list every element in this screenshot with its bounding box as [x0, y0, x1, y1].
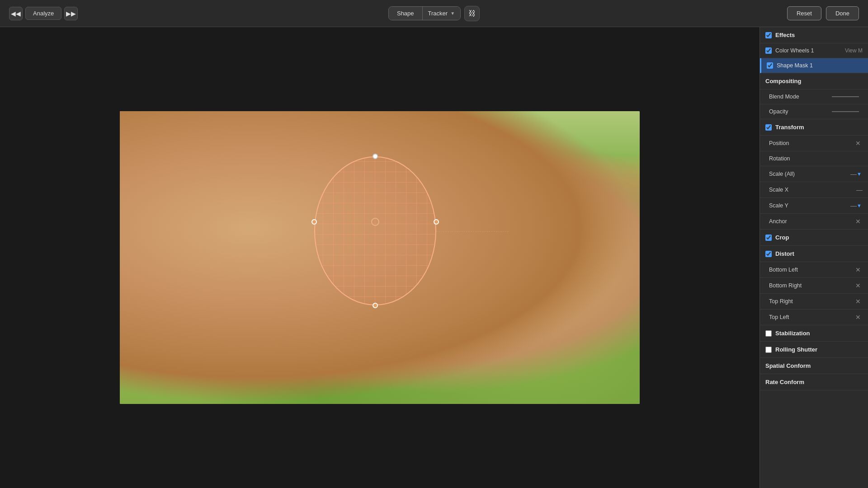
handle-top[interactable]: [373, 154, 378, 159]
scale-y-arrow: ▼: [857, 203, 862, 208]
top-right-x-button[interactable]: ✕: [854, 298, 863, 305]
shape-mask-item[interactable]: Shape Mask 1: [760, 58, 868, 73]
stabilization-checkbox[interactable]: [765, 330, 772, 337]
top-right-label: Top Right: [769, 298, 854, 305]
position-label: Position: [769, 140, 854, 146]
scale-y-label: Scale Y: [769, 202, 850, 209]
link-icon: ⛓: [468, 9, 476, 18]
rolling-shutter-checkbox[interactable]: [765, 347, 772, 353]
canvas-area: [0, 27, 760, 488]
toolbar: ◀◀ Analyze ▶▶ Shape Tracker ▼ ⛓ Reset Do…: [0, 0, 868, 27]
anchor-label: Anchor: [769, 218, 854, 225]
opacity-label: Opacity: [769, 108, 828, 115]
shape-mask-overlay[interactable]: [314, 156, 436, 305]
handle-left[interactable]: [311, 219, 317, 225]
rate-conform-label: Rate Conform: [765, 379, 804, 385]
center-handle[interactable]: [371, 218, 379, 226]
stabilization-label: Stabilization: [775, 330, 810, 337]
tracker-button[interactable]: Tracker ▼: [423, 7, 460, 20]
handle-right[interactable]: [434, 219, 439, 225]
opacity-line: [832, 111, 859, 112]
scale-all-arrow: ▼: [857, 171, 862, 177]
top-left-label: Top Left: [769, 314, 854, 320]
reset-button[interactable]: Reset: [787, 6, 821, 20]
distort-checkbox[interactable]: [765, 251, 772, 257]
crop-header: Crop: [760, 230, 868, 246]
top-left-x-button[interactable]: ✕: [854, 314, 863, 321]
color-wheels-item[interactable]: Color Wheels 1 View M: [760, 43, 868, 58]
shape-mask-checkbox[interactable]: [767, 62, 773, 69]
rotation-item: Rotation: [760, 151, 868, 166]
toolbar-right: Reset Done: [787, 6, 859, 20]
spatial-conform-label: Spatial Conform: [765, 362, 811, 369]
compositing-header: Compositing: [760, 73, 868, 89]
dashed-line: [436, 231, 509, 232]
toolbar-left: ◀◀ Analyze ▶▶: [9, 7, 78, 20]
tracker-label: Tracker: [428, 10, 448, 17]
handle-bottom[interactable]: [373, 303, 378, 308]
shape-button[interactable]: Shape: [389, 7, 423, 20]
spatial-conform-header: Spatial Conform: [760, 358, 868, 374]
bottom-left-label: Bottom Left: [769, 267, 854, 273]
bottom-right-x-button[interactable]: ✕: [854, 282, 863, 289]
prev-button[interactable]: ◀◀: [9, 7, 23, 20]
bottom-left-x-button[interactable]: ✕: [854, 266, 863, 273]
position-x-button[interactable]: ✕: [854, 140, 863, 147]
effects-label: Effects: [775, 32, 795, 38]
effects-section-header: Effects: [760, 27, 868, 43]
view-label: View M: [845, 47, 863, 54]
crop-checkbox[interactable]: [765, 235, 772, 241]
stabilization-header: Stabilization: [760, 325, 868, 342]
rotation-label: Rotation: [769, 155, 863, 162]
distort-header: Distort: [760, 246, 868, 262]
rolling-shutter-label: Rolling Shutter: [775, 346, 817, 353]
bottom-right-label: Bottom Right: [769, 282, 854, 289]
video-background: [120, 111, 640, 404]
effects-checkbox[interactable]: [765, 32, 772, 38]
scale-all-dash: —: [850, 170, 857, 178]
analyze-button[interactable]: Analyze: [25, 7, 61, 20]
oval-grid: [314, 156, 436, 305]
scale-y-dash: —: [850, 202, 857, 209]
scale-x-label: Scale X: [769, 187, 856, 193]
main-content: Effects Color Wheels 1 View M Shape Mask…: [0, 27, 868, 488]
blend-mode-line: [832, 96, 859, 97]
blend-mode-item: Blend Mode: [760, 89, 868, 104]
top-right-item: Top Right ✕: [760, 294, 868, 310]
anchor-x-button[interactable]: ✕: [854, 218, 863, 225]
scale-all-label: Scale (All): [769, 171, 850, 177]
next-button[interactable]: ▶▶: [64, 7, 78, 20]
blend-mode-label: Blend Mode: [769, 94, 828, 100]
position-item: Position ✕: [760, 136, 868, 151]
distort-label: Distort: [775, 250, 794, 257]
rate-conform-header: Rate Conform: [760, 374, 868, 390]
transform-checkbox[interactable]: [765, 124, 772, 131]
video-container: [120, 111, 640, 404]
scale-all-item: Scale (All) — ▼: [760, 166, 868, 182]
top-left-item: Top Left ✕: [760, 310, 868, 325]
color-wheels-checkbox[interactable]: [765, 47, 772, 54]
color-wheels-label: Color Wheels 1: [775, 47, 814, 54]
transform-label: Transform: [775, 124, 804, 131]
compositing-label: Compositing: [765, 78, 801, 84]
scale-y-item: Scale Y — ▼: [760, 198, 868, 214]
chevron-down-icon: ▼: [450, 11, 455, 16]
scale-x-dash: —: [856, 186, 863, 193]
scale-x-item: Scale X —: [760, 182, 868, 198]
bottom-left-item: Bottom Left ✕: [760, 262, 868, 278]
opacity-item: Opacity: [760, 104, 868, 119]
shape-tracker-group: Shape Tracker ▼: [388, 6, 461, 20]
transform-header: Transform: [760, 119, 868, 136]
right-panel: Effects Color Wheels 1 View M Shape Mask…: [760, 27, 868, 488]
toolbar-center: Shape Tracker ▼ ⛓: [388, 6, 480, 21]
bottom-right-item: Bottom Right ✕: [760, 278, 868, 294]
crop-label: Crop: [775, 234, 789, 241]
done-button[interactable]: Done: [826, 6, 859, 20]
shape-mask-label: Shape Mask 1: [777, 62, 813, 69]
link-button[interactable]: ⛓: [464, 6, 480, 21]
anchor-item: Anchor ✕: [760, 214, 868, 230]
rolling-shutter-header: Rolling Shutter: [760, 342, 868, 358]
